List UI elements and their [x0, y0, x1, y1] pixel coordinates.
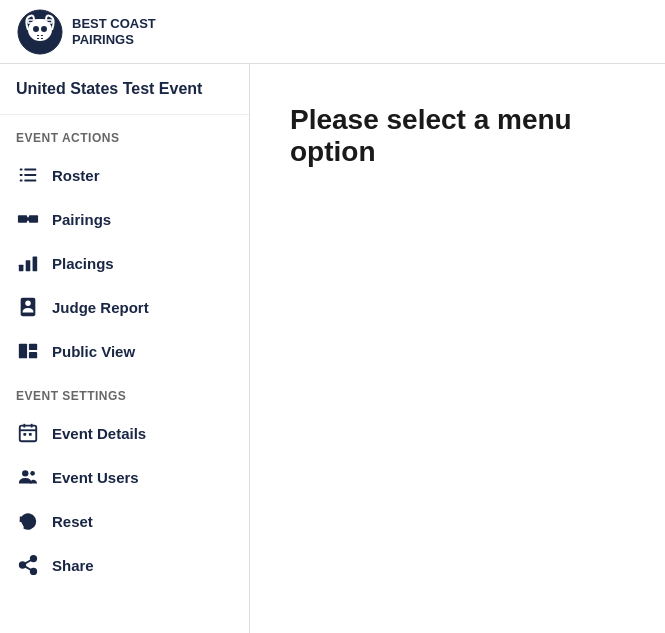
svg-rect-9	[24, 169, 36, 171]
svg-rect-18	[19, 265, 24, 271]
svg-rect-8	[20, 169, 23, 171]
sidebar-item-judge-report[interactable]: Judge Report	[0, 285, 249, 329]
reset-icon	[16, 509, 40, 533]
logo[interactable]: BEST COAST PAIRINGS	[16, 8, 156, 56]
calendar-icon	[16, 421, 40, 445]
logo-text: BEST COAST PAIRINGS	[72, 16, 156, 47]
sidebar-item-public-view[interactable]: Public View	[0, 329, 249, 373]
svg-rect-10	[20, 174, 23, 176]
sidebar-item-roster[interactable]: Roster	[0, 153, 249, 197]
svg-rect-23	[19, 344, 27, 359]
svg-line-37	[25, 566, 31, 570]
judge-icon	[16, 295, 40, 319]
svg-rect-20	[33, 257, 38, 272]
svg-point-2	[33, 26, 39, 32]
list-icon	[16, 163, 40, 187]
svg-point-3	[41, 26, 47, 32]
main-layout: United States Test Event Event Actions R…	[0, 64, 665, 633]
sidebar-item-share[interactable]: Share	[0, 543, 249, 587]
svg-rect-11	[24, 174, 36, 176]
svg-line-38	[25, 560, 31, 564]
section-label-event-settings: Event Settings	[0, 373, 249, 411]
svg-point-32	[22, 470, 28, 476]
logo-icon	[16, 8, 64, 56]
svg-point-33	[30, 471, 35, 476]
svg-point-34	[31, 556, 37, 562]
svg-point-17	[27, 217, 31, 221]
svg-rect-13	[24, 180, 36, 182]
share-label: Share	[52, 557, 94, 574]
sidebar: United States Test Event Event Actions R…	[0, 64, 250, 633]
placings-label: Placings	[52, 255, 114, 272]
svg-rect-26	[20, 426, 37, 442]
svg-point-36	[31, 569, 37, 575]
section-label-event-actions: Event Actions	[0, 115, 249, 153]
content-area: Please select a menu option	[250, 64, 665, 633]
placings-icon	[16, 251, 40, 275]
event-details-label: Event Details	[52, 425, 146, 442]
roster-label: Roster	[52, 167, 100, 184]
content-prompt: Please select a menu option	[290, 104, 625, 168]
svg-rect-30	[23, 433, 26, 436]
svg-point-22	[25, 301, 31, 307]
svg-rect-19	[26, 260, 31, 271]
pairings-label: Pairings	[52, 211, 111, 228]
pairings-icon	[16, 207, 40, 231]
public-view-icon	[16, 339, 40, 363]
sidebar-item-event-users[interactable]: Event Users	[0, 455, 249, 499]
public-view-label: Public View	[52, 343, 135, 360]
svg-rect-15	[29, 215, 38, 222]
sidebar-item-placings[interactable]: Placings	[0, 241, 249, 285]
svg-rect-25	[29, 352, 37, 358]
event-title: United States Test Event	[0, 64, 249, 115]
svg-rect-24	[29, 344, 37, 350]
svg-rect-12	[20, 180, 23, 182]
share-icon	[16, 553, 40, 577]
sidebar-item-event-details[interactable]: Event Details	[0, 411, 249, 455]
sidebar-item-reset[interactable]: Reset	[0, 499, 249, 543]
app-header: BEST COAST PAIRINGS	[0, 0, 665, 64]
svg-rect-6	[33, 36, 47, 38]
users-icon	[16, 465, 40, 489]
svg-rect-31	[29, 433, 32, 436]
svg-rect-14	[18, 215, 27, 222]
svg-point-35	[20, 562, 26, 568]
event-users-label: Event Users	[52, 469, 139, 486]
reset-label: Reset	[52, 513, 93, 530]
judge-report-label: Judge Report	[52, 299, 149, 316]
sidebar-item-pairings[interactable]: Pairings	[0, 197, 249, 241]
